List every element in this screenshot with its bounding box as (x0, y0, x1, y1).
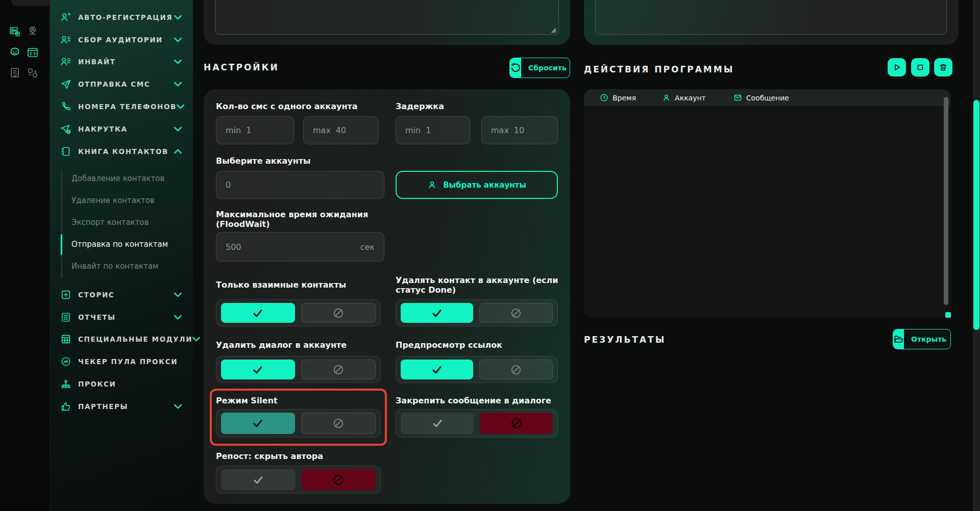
network-icon (60, 378, 71, 390)
delay-max-input[interactable]: max 10 (481, 116, 558, 144)
reset-icon (510, 58, 521, 78)
bot-gear-icon[interactable] (8, 46, 21, 59)
chevron-down-icon (174, 404, 182, 409)
code-window-icon[interactable] (26, 46, 39, 59)
sidebar-item-label: ПРОКСИ (78, 380, 182, 388)
account-webcam-icon[interactable] (26, 25, 39, 38)
submenu-item-add-contacts[interactable]: Добавление контактов (71, 168, 184, 189)
submenu-item-delete-contacts[interactable]: Удаление контактов (71, 190, 184, 211)
sidebar-item-phone-numbers[interactable]: НОМЕРА ТЕЛЕФОНОВ (50, 95, 193, 118)
textarea-resize-grip[interactable] (550, 27, 556, 33)
accounts-count-value: 0 (226, 180, 231, 190)
toggle-label-mutual-contacts: Только взаимные контакты (216, 280, 346, 290)
column-label: Сообщение (746, 94, 789, 102)
chevron-down-icon (174, 15, 182, 20)
sidebar-item-invite[interactable]: ИНВАЙТ (50, 50, 193, 73)
toggle-yes-button[interactable] (221, 303, 295, 323)
actions-table-header: Время Аккаунт Сообщение (584, 89, 950, 106)
user-icon (662, 93, 671, 102)
modules-table-icon (60, 334, 71, 345)
column-message[interactable]: Сообщение (733, 93, 789, 102)
toggle-mutual-contacts[interactable] (216, 299, 381, 326)
column-time[interactable]: Время (600, 93, 636, 102)
sidebar-item-label: АВТО-РЕГИСТРАЦИЯ (78, 13, 174, 21)
min-value: 1 (246, 125, 251, 135)
toggle-no-button[interactable] (302, 469, 376, 490)
sidebar-item-boosting[interactable]: НАКРУТКА (50, 118, 193, 140)
floodwait-unit: сек (360, 242, 375, 252)
chevron-down-icon (192, 337, 200, 342)
sidebar: АВТО-РЕГИСТРАЦИЯ СБОР АУДИТОРИИ ИНВАЙТ О… (50, 0, 193, 511)
clock-icon (600, 93, 608, 102)
table-scrollbar-thumb[interactable] (944, 97, 948, 305)
sidebar-item-proxy[interactable]: ПРОКСИ (50, 373, 193, 395)
folder-icon (893, 329, 904, 349)
swap-blocks-icon[interactable] (26, 66, 39, 80)
toggle-yes-button[interactable] (221, 413, 295, 434)
sidebar-item-partners[interactable]: ПАРТНЕРЫ (50, 395, 193, 418)
table-resize-handle[interactable] (945, 312, 951, 318)
document-check-icon[interactable] (8, 66, 21, 80)
submenu-item-send-by-contacts[interactable]: Отправка по контактам (71, 234, 184, 255)
toggle-no-button[interactable] (301, 303, 376, 323)
message-textarea[interactable] (215, 0, 559, 35)
sidebar-item-contact-book[interactable]: КНИГА КОНТАКТОВ (50, 140, 193, 163)
toggle-no-button[interactable] (301, 360, 376, 379)
min-prefix: min (226, 125, 241, 135)
sidebar-item-sms-sending[interactable]: ОТПРАВКА СМС (50, 73, 193, 95)
toggle-pin-message[interactable] (396, 409, 558, 438)
delay-min-input[interactable]: min 1 (396, 116, 470, 144)
select-accounts-button[interactable]: Выбрать аккаунты (396, 171, 558, 199)
sidebar-item-stories[interactable]: СТОРИС (50, 284, 193, 306)
reset-button[interactable]: Сбросить (509, 58, 570, 78)
clear-button[interactable] (934, 58, 952, 76)
toggle-link-preview[interactable] (396, 356, 558, 383)
toggle-yes-button[interactable] (401, 413, 474, 434)
sidebar-item-auto-registration[interactable]: АВТО-РЕГИСТРАЦИЯ (50, 6, 193, 29)
start-button[interactable] (888, 58, 906, 76)
max-prefix: max (491, 125, 509, 135)
toggle-delete-contact-done[interactable] (396, 299, 558, 326)
toggle-silent-mode[interactable] (216, 409, 381, 438)
toggle-yes-button[interactable] (221, 360, 295, 379)
user-list-icon (60, 56, 71, 67)
submenu-item-invite-by-contacts[interactable]: Инвайт по контактам (71, 256, 184, 277)
submenu-guide-line (61, 170, 62, 278)
toggle-label-repost-hide-author: Репост: скрыть автора (216, 451, 323, 461)
toggle-no-button[interactable] (479, 303, 553, 323)
user-plus-icon (60, 12, 71, 23)
user-list-icon (60, 34, 71, 45)
sidebar-item-label: ОТЧЕТЫ (78, 313, 174, 321)
sms-min-input[interactable]: min 1 (216, 116, 294, 144)
sms-max-input[interactable]: max 40 (303, 116, 379, 144)
page-scrollbar-thumb[interactable] (973, 100, 979, 330)
submenu-item-export-contacts[interactable]: Экспорт контактов (71, 212, 184, 233)
toggle-no-button[interactable] (301, 413, 376, 434)
toggle-no-button[interactable] (479, 360, 553, 379)
open-results-label: Открыть (904, 329, 951, 349)
open-results-button[interactable]: Открыть (893, 329, 951, 349)
toggle-repost-hide-author[interactable] (216, 466, 381, 494)
sidebar-item-label: СБОР АУДИТОРИИ (78, 36, 174, 44)
delay-label: Задержка (396, 101, 444, 111)
sidebar-item-proxy-pool-checker[interactable]: ЧЕКЕР ПУЛА ПРОКСИ (50, 350, 193, 373)
accounts-count-input[interactable]: 0 (216, 171, 384, 199)
right-textarea[interactable] (595, 0, 947, 35)
toggle-delete-dialog[interactable] (216, 356, 381, 383)
toggle-yes-button[interactable] (401, 360, 473, 379)
stop-button[interactable] (911, 58, 929, 76)
toggle-yes-button[interactable] (401, 303, 473, 323)
toggle-label-link-preview: Предпросмотр ссылок (396, 340, 502, 350)
sidebar-item-label: ПАРТНЕРЫ (78, 402, 174, 411)
sidebar-item-reports[interactable]: ОТЧЕТЫ (50, 306, 193, 328)
sidebar-item-special-modules[interactable]: СПЕЦИАЛЬНЫЕ МОДУЛИ (50, 328, 193, 350)
floodwait-input[interactable]: 500 сек (216, 232, 384, 262)
select-accounts-label: Выбрать аккаунты (443, 181, 526, 190)
floodwait-value: 500 (226, 242, 241, 252)
toggle-yes-button[interactable] (221, 469, 296, 490)
sidebar-item-audience-collection[interactable]: СБОР АУДИТОРИИ (50, 29, 193, 51)
server-check-icon[interactable] (8, 25, 21, 38)
column-account[interactable]: Аккаунт (662, 93, 706, 102)
gauge-icon (60, 356, 71, 367)
toggle-no-button[interactable] (480, 413, 553, 434)
